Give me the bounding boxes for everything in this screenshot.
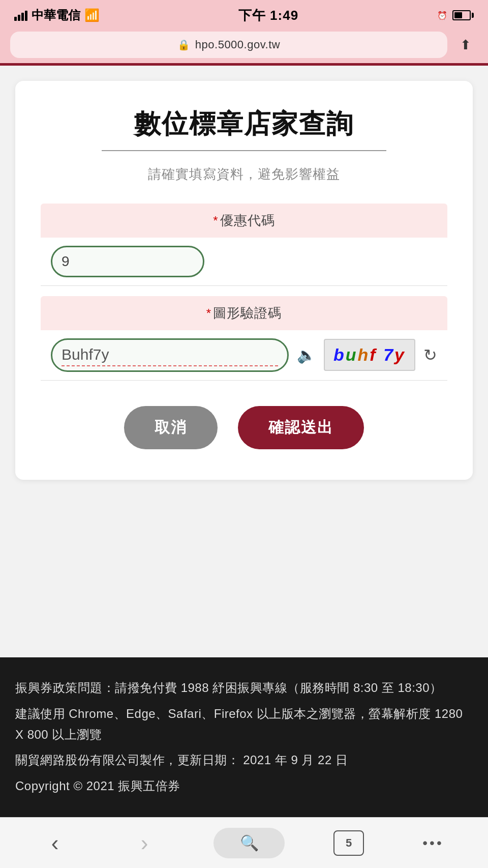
promo-code-input-row xyxy=(41,238,447,286)
captcha-input-row: 🔈 buhf 7y ↻ xyxy=(41,330,447,381)
captcha-display: buhf 7y xyxy=(333,345,406,365)
captcha-image: buhf 7y xyxy=(324,339,415,371)
promo-code-highlight xyxy=(51,246,204,277)
wifi-icon: 📶 xyxy=(84,8,100,22)
address-bar: 🔒 hpo.5000.gov.tw ⬆ xyxy=(0,28,488,63)
tabs-button[interactable]: 5 xyxy=(333,830,364,856)
footer-line2: 建議使用 Chrome、Edge、Safari、Firefox 以上版本之瀏覽器… xyxy=(15,704,473,745)
refresh-captcha-button[interactable]: ↻ xyxy=(423,345,437,365)
status-left: 中華電信 📶 xyxy=(14,7,100,23)
status-right: ⏰ xyxy=(437,10,474,20)
search-icon: 🔍 xyxy=(240,834,259,852)
promo-code-label-row: *優惠代碼 xyxy=(41,204,447,238)
footer: 振興券政策問題：請撥免付費 1988 紓困振興專線（服務時間 8:30 至 18… xyxy=(0,657,488,817)
page-title: 數位標章店家查詢 xyxy=(41,106,447,142)
time-label: 下午 1:49 xyxy=(238,7,298,24)
footer-line3: 關貿網路股份有限公司製作，更新日期： 2021 年 9 月 22 日 xyxy=(15,750,473,771)
main-content: 數位標章店家查詢 請確實填寫資料，避免影響權益 *優惠代碼 *圖形驗證碼 xyxy=(0,66,488,657)
share-button[interactable]: ⬆ xyxy=(453,33,478,57)
captcha-label: 圖形驗證碼 xyxy=(213,305,282,321)
more-icon: ••• xyxy=(422,835,443,851)
status-bar: 中華電信 📶 下午 1:49 ⏰ xyxy=(0,0,488,28)
required-star-1: * xyxy=(213,214,218,227)
audio-button[interactable]: 🔈 xyxy=(297,346,316,364)
promo-code-section: *優惠代碼 xyxy=(41,204,447,286)
form-card: 數位標章店家查詢 請確實填寫資料，避免影響權益 *優惠代碼 *圖形驗證碼 xyxy=(15,81,473,480)
footer-line1: 振興券政策問題：請撥免付費 1988 紓困振興專線（服務時間 8:30 至 18… xyxy=(15,678,473,699)
more-button[interactable]: ••• xyxy=(413,828,453,858)
captcha-label-row: *圖形驗證碼 xyxy=(41,296,447,330)
footer-line4: Copyright © 2021 振興五倍券 xyxy=(15,776,473,797)
card-subtitle: 請確實填寫資料，避免影響權益 xyxy=(41,165,447,183)
search-button[interactable]: 🔍 xyxy=(214,828,285,858)
action-row: 取消 確認送出 xyxy=(41,406,447,449)
title-divider xyxy=(102,150,386,151)
signal-icon xyxy=(14,10,27,21)
bottom-nav: ‹ › 🔍 5 ••• xyxy=(0,817,488,868)
captcha-input[interactable] xyxy=(62,344,278,366)
url-field[interactable]: 🔒 hpo.5000.gov.tw xyxy=(10,32,447,58)
required-star-2: * xyxy=(206,306,211,320)
forward-button[interactable]: › xyxy=(124,828,165,858)
alarm-icon: ⏰ xyxy=(437,11,447,20)
cancel-button[interactable]: 取消 xyxy=(124,406,218,449)
captcha-input-wrapper xyxy=(51,338,289,372)
promo-code-input[interactable] xyxy=(62,251,194,272)
lock-icon: 🔒 xyxy=(177,39,190,51)
promo-code-label: 優惠代碼 xyxy=(220,213,275,228)
carrier-label: 中華電信 xyxy=(32,7,80,23)
confirm-button[interactable]: 確認送出 xyxy=(238,406,364,449)
battery-indicator xyxy=(452,10,474,20)
captcha-section: *圖形驗證碼 🔈 buhf 7y ↻ xyxy=(41,296,447,381)
url-text: hpo.5000.gov.tw xyxy=(195,38,280,51)
tabs-count: 5 xyxy=(346,836,352,850)
back-button[interactable]: ‹ xyxy=(35,828,75,858)
